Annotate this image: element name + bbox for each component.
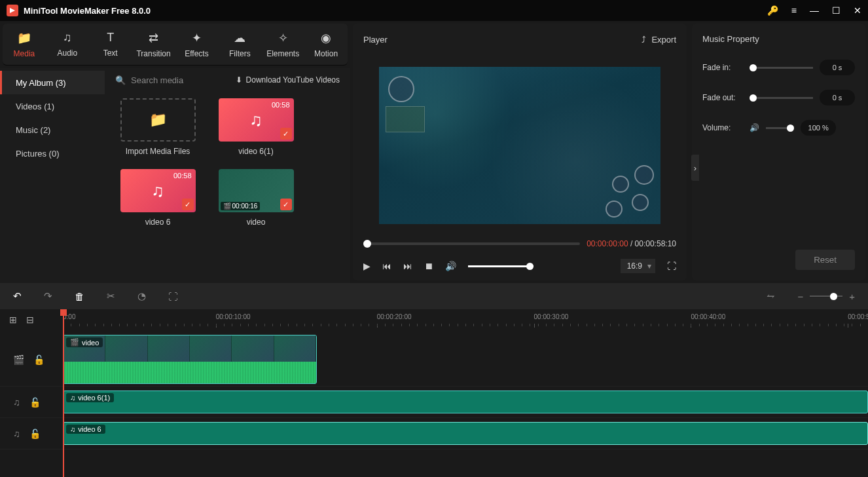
media-sidebar: My Album (3) Videos (1) Music (2) Pictur… (0, 68, 105, 283)
next-frame-button[interactable]: ⏭ (403, 261, 412, 271)
reset-button[interactable]: Reset (795, 250, 855, 270)
tab-media[interactable]: 📁Media (3, 24, 46, 65)
text-icon: T (107, 31, 114, 45)
folder-icon: 📁 (17, 31, 31, 45)
fadein-slider[interactable] (750, 67, 813, 69)
media-item[interactable]: 🎬 00:00:16✓ video (213, 169, 298, 227)
add-track-button[interactable]: ⊞ (9, 315, 17, 325)
check-icon: ✓ (182, 199, 194, 210)
tab-effects[interactable]: ✦Effects (175, 24, 219, 65)
collapse-button[interactable]: › (691, 155, 699, 181)
tab-text[interactable]: TText (89, 24, 132, 65)
timeline: ⊞ ⊟ 0:00 00:00:10:00 00:00:20:00 00:00:3… (0, 309, 868, 449)
fadein-label: Fade in: (702, 63, 743, 72)
fit-button[interactable]: ⥊ (767, 290, 775, 302)
zoom-in-button[interactable]: + (849, 291, 855, 302)
sidebar-item-videos[interactable]: Videos (1) (0, 94, 105, 118)
folder-icon: 📁 (149, 111, 167, 128)
play-button[interactable]: ▶ (363, 261, 371, 271)
slider-handle[interactable] (787, 124, 794, 132)
audio-track-2: ♫🔓 ♫video 6 (0, 418, 868, 449)
fullscreen-button[interactable]: ⛶ (667, 261, 676, 271)
speaker-icon: 🔊 (750, 123, 759, 132)
menu-icon[interactable]: ≡ (791, 5, 797, 16)
music-icon: ♫ (70, 394, 75, 402)
search-input[interactable]: 🔍Search media (115, 75, 229, 85)
timeline-toolbar: ↶ ↷ 🗑 ✂ ◔ ⛶ ⥊ − + (0, 283, 868, 309)
minimize-button[interactable]: — (810, 5, 819, 16)
undo-button[interactable]: ↶ (13, 290, 22, 302)
fadein-value: 0 s (820, 60, 855, 75)
export-button[interactable]: ⤴Export (642, 35, 676, 45)
check-icon: ✓ (280, 199, 292, 210)
delete-button[interactable]: 🗑 (75, 291, 84, 302)
lock-icon[interactable]: 🔓 (29, 397, 41, 408)
music-note-icon: ♫ (249, 110, 262, 130)
zoom-out-button[interactable]: − (797, 291, 803, 302)
import-media-button[interactable]: 📁 Import Media Files (115, 98, 200, 156)
sidebar-item-pictures[interactable]: Pictures (0) (0, 142, 105, 165)
audio-clip[interactable]: ♫video 6 (63, 422, 868, 445)
download-icon: ⬇ (236, 75, 242, 85)
scrub-bar[interactable] (363, 242, 580, 245)
transition-icon: ⇄ (149, 31, 158, 45)
download-youtube-button[interactable]: ⬇Download YouTube Videos (236, 75, 340, 85)
video-preview[interactable] (353, 55, 687, 236)
titlebar: MiniTool MovieMaker Free 8.0.0 🔑 ≡ — ☐ ✕ (0, 0, 868, 21)
volume-prop-slider[interactable] (766, 127, 794, 129)
remove-track-button[interactable]: ⊟ (26, 315, 34, 325)
fadeout-value: 0 s (820, 90, 855, 105)
export-icon: ⤴ (642, 35, 646, 45)
music-icon[interactable]: ♫ (13, 429, 20, 439)
prev-frame-button[interactable]: ⏮ (382, 261, 391, 271)
sidebar-item-myalbum[interactable]: My Album (3) (0, 71, 105, 94)
volume-label: Volume: (702, 123, 743, 132)
sidebar-item-music[interactable]: Music (2) (0, 118, 105, 142)
playhead[interactable] (63, 309, 64, 477)
panel-title: Music Property (702, 34, 855, 44)
speed-button[interactable]: ◔ (137, 290, 146, 302)
zoom-handle[interactable] (830, 293, 837, 300)
scrub-handle[interactable] (363, 240, 371, 248)
tab-filters[interactable]: ☁Filters (218, 24, 261, 65)
player-title: Player (363, 35, 388, 45)
motion-icon: ◉ (321, 31, 331, 45)
tab-elements[interactable]: ✧Elements (261, 24, 304, 65)
volume-icon[interactable]: 🔊 (445, 261, 456, 271)
tab-transition[interactable]: ⇄Transition (132, 24, 175, 65)
video-track: 🎬🔓 🎬video (0, 333, 868, 387)
media-item[interactable]: ♫00:58✓ video 6 (115, 169, 200, 227)
lock-icon[interactable]: 🔓 (29, 429, 41, 439)
film-icon[interactable]: 🎬 (13, 354, 24, 365)
volume-slider[interactable] (468, 265, 533, 267)
maximize-button[interactable]: ☐ (832, 5, 841, 16)
music-icon: ♫ (70, 425, 75, 433)
lock-icon[interactable]: 🔓 (33, 354, 45, 365)
timeline-ruler[interactable]: ⊞ ⊟ 0:00 00:00:10:00 00:00:20:00 00:00:3… (0, 309, 868, 333)
slider-handle[interactable] (750, 64, 757, 71)
redo-button[interactable]: ↷ (44, 290, 52, 302)
stop-button[interactable]: ⏹ (424, 261, 433, 271)
tool-tabs: 📁Media ♫Audio TText ⇄Transition ✦Effects… (3, 24, 348, 66)
media-item[interactable]: ♫00:58✓ video 6(1) (213, 98, 298, 156)
slider-handle[interactable] (750, 94, 757, 102)
music-icon: ♫ (63, 31, 72, 45)
audio-track-1: ♫🔓 ♫video 6(1) (0, 387, 868, 418)
crop-button[interactable]: ⛶ (168, 291, 178, 302)
video-duration-tag: 🎬 00:00:16 (221, 202, 261, 210)
tab-motion[interactable]: ◉Motion (304, 24, 348, 65)
aspect-ratio-select[interactable]: 16:9 (621, 259, 655, 273)
fadeout-slider[interactable] (750, 97, 813, 99)
zoom-slider[interactable] (810, 296, 842, 297)
effects-icon: ✦ (192, 31, 202, 45)
video-clip[interactable]: 🎬video (63, 335, 317, 384)
fadeout-label: Fade out: (702, 93, 743, 102)
volume-handle[interactable] (526, 263, 533, 270)
music-icon[interactable]: ♫ (13, 397, 20, 408)
split-button[interactable]: ✂ (107, 290, 115, 302)
audio-clip[interactable]: ♫video 6(1) (63, 391, 868, 413)
close-button[interactable]: ✕ (854, 5, 861, 16)
film-icon: 🎬 (70, 338, 79, 347)
key-icon[interactable]: 🔑 (767, 5, 778, 16)
tab-audio[interactable]: ♫Audio (46, 24, 89, 65)
